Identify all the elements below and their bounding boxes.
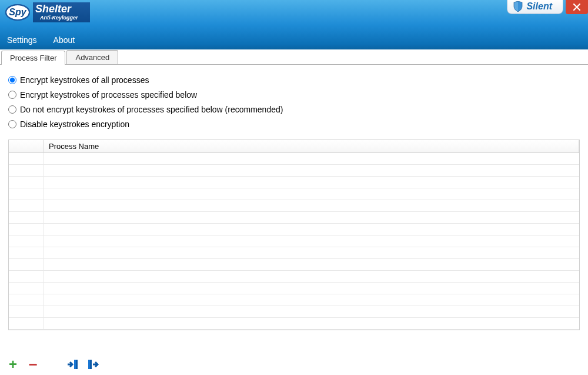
column-header-empty[interactable] xyxy=(9,140,44,153)
logo-badge: Spy Shelter Anti-Keylogger xyxy=(5,2,90,22)
process-table: Process Name xyxy=(8,140,580,330)
encryption-options: Encrypt keystrokes of all processes Encr… xyxy=(8,75,580,129)
import-button[interactable] xyxy=(66,357,80,371)
mode-label: Silent xyxy=(526,1,552,12)
export-button[interactable] xyxy=(86,357,100,371)
mode-tab-silent[interactable]: Silent xyxy=(507,0,563,14)
logo-subtitle: Anti-Keylogger xyxy=(40,15,78,21)
menu-item-about[interactable]: About xyxy=(50,31,79,49)
minus-icon: − xyxy=(28,357,37,372)
table-header: Process Name xyxy=(9,140,579,153)
table-row[interactable] xyxy=(9,318,579,330)
close-icon xyxy=(573,4,580,11)
remove-button[interactable]: − xyxy=(26,357,40,371)
tab-advanced[interactable]: Advanced xyxy=(66,50,118,64)
add-button[interactable]: + xyxy=(6,357,20,371)
option-label: Encrypt keystrokes of processes specifie… xyxy=(20,90,197,99)
radio-encrypt-all[interactable] xyxy=(8,76,16,84)
option-label: Do not encrypt keystrokes of processes s… xyxy=(20,105,283,114)
option-encrypt-all[interactable]: Encrypt keystrokes of all processes xyxy=(8,75,580,85)
option-exclude-specified[interactable]: Do not encrypt keystrokes of processes s… xyxy=(8,105,580,114)
logo-text-spy: Spy xyxy=(9,7,26,17)
table-row[interactable] xyxy=(9,224,579,235)
table-row[interactable] xyxy=(9,247,579,259)
title-bar-right: Silent xyxy=(507,0,588,14)
table-body[interactable] xyxy=(9,153,579,330)
column-header-process-name[interactable]: Process Name xyxy=(44,140,579,153)
table-row[interactable] xyxy=(9,188,579,200)
tab-content: Encrypt keystrokes of all processes Encr… xyxy=(0,65,588,330)
tab-process-filter[interactable]: Process Filter xyxy=(1,51,65,65)
table-row[interactable] xyxy=(9,294,579,306)
table-row[interactable] xyxy=(9,306,579,318)
export-icon xyxy=(86,358,99,371)
option-encrypt-specified[interactable]: Encrypt keystrokes of processes specifie… xyxy=(8,90,580,99)
table-row[interactable] xyxy=(9,271,579,283)
option-label: Encrypt keystrokes of all processes xyxy=(20,75,149,85)
shield-icon xyxy=(513,1,523,12)
plus-icon: + xyxy=(9,357,17,371)
radio-exclude-specified[interactable] xyxy=(8,105,16,114)
table-row[interactable] xyxy=(9,177,579,188)
menu-bar: Settings About xyxy=(0,25,588,49)
table-row[interactable] xyxy=(9,200,579,212)
table-row[interactable] xyxy=(9,153,579,165)
table-row[interactable] xyxy=(9,283,579,294)
spy-ellipse-icon: Spy xyxy=(5,4,33,21)
table-row[interactable] xyxy=(9,259,579,271)
table-row[interactable] xyxy=(9,165,579,177)
radio-encrypt-specified[interactable] xyxy=(8,91,16,99)
option-disable-encryption[interactable]: Disable keystrokes encryption xyxy=(8,120,580,129)
option-label: Disable keystrokes encryption xyxy=(20,120,129,129)
app-logo: Spy Shelter Anti-Keylogger xyxy=(0,0,90,25)
import-icon xyxy=(66,358,79,371)
radio-disable-encryption[interactable] xyxy=(8,120,16,128)
close-button[interactable] xyxy=(566,0,588,14)
tabs-row: Process Filter Advanced xyxy=(0,49,588,65)
table-row[interactable] xyxy=(9,235,579,247)
bottom-toolbar: + − xyxy=(6,357,100,371)
menu-item-settings[interactable]: Settings xyxy=(4,31,41,49)
table-row[interactable] xyxy=(9,212,579,224)
title-bar: Spy Shelter Anti-Keylogger Silent xyxy=(0,0,588,25)
